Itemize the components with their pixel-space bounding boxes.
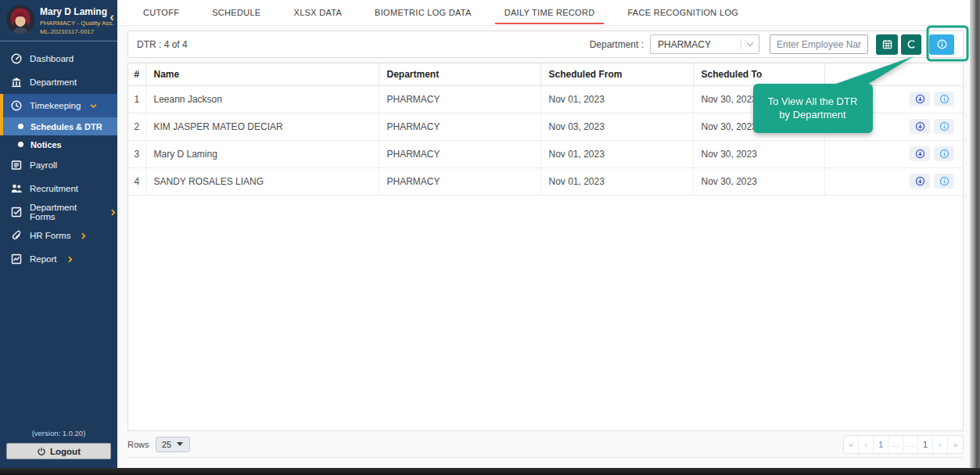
tab-face-recognition-log[interactable]: FACE RECOGNITION LOG xyxy=(611,0,755,25)
column-header-actions xyxy=(824,63,963,85)
tab-xlsx-data[interactable]: XLSX DATA xyxy=(278,0,359,25)
view-all-dtr-button[interactable] xyxy=(929,34,954,55)
sidebar-item-report[interactable]: Report xyxy=(0,247,117,271)
calendar-button[interactable] xyxy=(876,34,898,55)
refresh-icon xyxy=(906,38,917,50)
pagination-page-1[interactable]: 1 xyxy=(918,436,933,453)
rows-per-page-value: 25 xyxy=(162,440,171,449)
info-circle-icon xyxy=(939,121,949,131)
department-select[interactable]: PHARMACY xyxy=(650,34,759,54)
department-forms-icon xyxy=(10,206,23,218)
sidebar-item-label: HR Forms xyxy=(30,231,70,240)
cell-actions xyxy=(824,167,963,195)
pagination-ellipsis[interactable]: ... xyxy=(903,436,918,453)
user-id: ML-20210117-0017 xyxy=(40,28,114,35)
refresh-button[interactable] xyxy=(901,34,921,55)
sidebar-item-label: Report xyxy=(30,254,57,264)
cell-to: Nov 30, 2023 xyxy=(693,113,824,140)
logout-label: Logout xyxy=(50,447,81,456)
report-icon xyxy=(10,253,23,265)
power-icon xyxy=(37,447,46,456)
rows-per-page-select[interactable]: 25 xyxy=(156,437,190,452)
pagination: «‹1......1›» xyxy=(843,435,964,454)
sidebar-item-payroll[interactable]: Payroll xyxy=(0,153,117,177)
download-dtr-button[interactable] xyxy=(910,174,930,189)
version-label: (version: 1.0.20) xyxy=(6,429,111,437)
dtr-table: #NameDepartmentScheduled FromScheduled T… xyxy=(128,63,963,196)
view-dtr-info-button[interactable] xyxy=(934,92,954,106)
bullet-icon xyxy=(18,124,23,129)
cell-department: PHARMACY xyxy=(379,167,540,195)
app-window: Mary D Laming PHARMACY - Quality Ass... … xyxy=(0,0,980,475)
rows-label: Rows xyxy=(127,440,149,449)
pagination-nav[interactable]: › xyxy=(933,436,948,453)
pagination-nav[interactable]: » xyxy=(948,436,963,453)
chevron-right-icon xyxy=(109,208,117,217)
sidebar-item-label: Department xyxy=(30,77,77,87)
download-circle-icon xyxy=(915,94,925,104)
sidebar-item-dashboard[interactable]: Dashboard xyxy=(0,47,117,70)
sidebar-item-recruitment[interactable]: Recruitment xyxy=(0,177,117,200)
sidebar-item-schedules-dtr[interactable]: Schedules & DTR xyxy=(0,117,117,135)
cell-name: SANDY ROSALES LIANG xyxy=(145,167,379,195)
pagination-page-1[interactable]: 1 xyxy=(874,436,888,453)
calendar-icon xyxy=(881,38,893,50)
window-edge-bottom xyxy=(0,468,980,475)
cell-department: PHARMACY xyxy=(379,113,540,140)
cell-num: 3 xyxy=(128,140,145,167)
download-circle-icon xyxy=(915,176,925,186)
column-header-scheduled-to: Scheduled To xyxy=(693,63,824,85)
table-row: 1Leeann JacksonPHARMACYNov 01, 2023Nov 3… xyxy=(128,85,963,113)
pagination-ellipsis[interactable]: ... xyxy=(888,436,903,453)
sidebar-item-department-forms[interactable]: Department Forms xyxy=(0,200,117,224)
tab-cutoff[interactable]: CUTOFF xyxy=(127,0,196,25)
view-dtr-info-button[interactable] xyxy=(934,146,954,161)
chevron-right-icon xyxy=(66,255,74,264)
column-header-department: Department xyxy=(379,63,540,85)
payroll-icon xyxy=(10,159,23,171)
sidebar-item-hr-forms[interactable]: HR Forms xyxy=(0,224,117,247)
download-circle-icon xyxy=(915,149,925,159)
table-row: 2KIM JASPER MATEO DECIARPHARMACYNov 03, … xyxy=(128,113,963,140)
view-dtr-info-button[interactable] xyxy=(934,119,954,134)
column-header-scheduled-from: Scheduled From xyxy=(540,63,693,85)
logout-button[interactable]: Logout xyxy=(6,443,111,459)
chevron-right-icon xyxy=(79,232,88,240)
employee-name-input[interactable] xyxy=(770,34,868,54)
sidebar-collapse-button[interactable]: ‹ xyxy=(109,10,114,23)
info-circle-icon xyxy=(939,94,949,104)
sidebar-item-label: Department Forms xyxy=(30,203,100,221)
view-dtr-info-button[interactable] xyxy=(934,174,954,189)
cell-to: Nov 30, 2023 xyxy=(693,85,824,113)
tab-schedule[interactable]: SCHEDULE xyxy=(196,0,277,25)
sidebar-menu: DashboardDepartmentTimekeepingSchedules … xyxy=(0,41,117,271)
pagination-nav[interactable]: ‹ xyxy=(859,436,874,453)
hr-forms-icon xyxy=(10,229,23,242)
cell-num: 2 xyxy=(128,113,145,140)
tab-biometric-log-data[interactable]: BIOMETRIC LOG DATA xyxy=(358,0,488,25)
column-header-actions: # xyxy=(128,63,145,85)
download-dtr-button[interactable] xyxy=(910,146,930,161)
pagination-nav[interactable]: « xyxy=(844,436,859,453)
sidebar-item-notices[interactable]: Notices xyxy=(0,135,117,153)
download-dtr-button[interactable] xyxy=(910,119,930,134)
cell-department: PHARMACY xyxy=(379,140,540,167)
table-row: 4SANDY ROSALES LIANGPHARMACYNov 01, 2023… xyxy=(128,167,963,195)
sidebar-item-department[interactable]: Department xyxy=(0,70,117,94)
department-label: Department : xyxy=(590,39,644,50)
dashboard-icon xyxy=(10,52,23,65)
sidebar-item-label: Payroll xyxy=(30,160,57,170)
cell-actions xyxy=(824,85,963,113)
cell-num: 4 xyxy=(128,167,145,195)
sidebar-item-label: Notices xyxy=(31,140,62,149)
download-circle-icon xyxy=(915,121,925,131)
avatar xyxy=(6,5,34,34)
recruitment-icon xyxy=(10,182,23,195)
sidebar-item-label: Recruitment xyxy=(30,184,78,193)
tab-bar: CUTOFFSCHEDULEXLSX DATABIOMETRIC LOG DAT… xyxy=(117,0,970,26)
tab-daily-time-record[interactable]: DAILY TIME RECORD xyxy=(488,0,612,25)
cell-name: Leeann Jackson xyxy=(145,85,379,113)
download-dtr-button[interactable] xyxy=(910,92,930,106)
sidebar-item-timekeeping[interactable]: Timekeeping xyxy=(0,94,117,117)
cell-name: Mary D Laming xyxy=(145,140,379,167)
